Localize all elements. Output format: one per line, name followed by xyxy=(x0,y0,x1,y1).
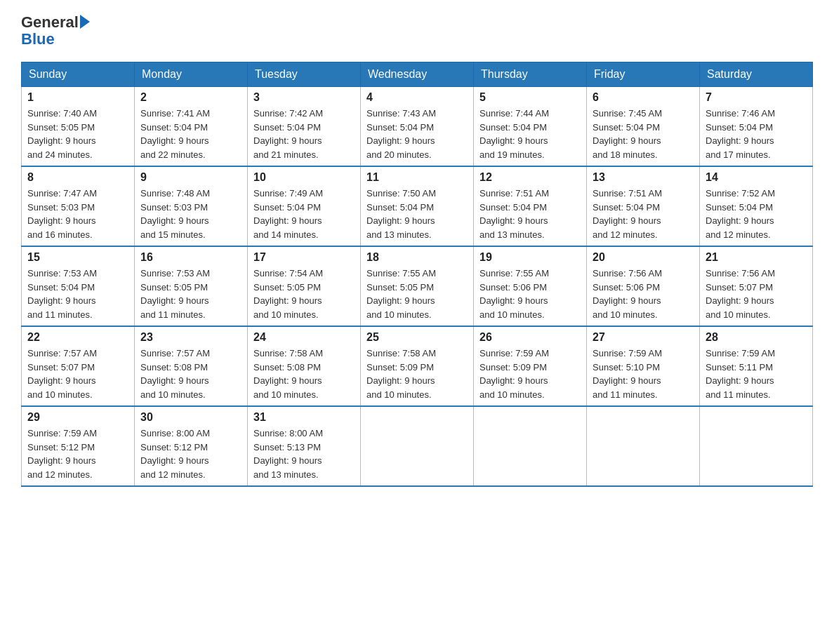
day-number: 24 xyxy=(253,331,355,344)
calendar-cell: 13 Sunrise: 7:51 AM Sunset: 5:04 PM Dayl… xyxy=(587,166,700,246)
day-number: 21 xyxy=(706,251,807,264)
day-info: Sunrise: 8:00 AM Sunset: 5:13 PM Dayligh… xyxy=(253,427,355,481)
calendar-cell: 17 Sunrise: 7:54 AM Sunset: 5:05 PM Dayl… xyxy=(248,246,361,326)
calendar-cell: 24 Sunrise: 7:58 AM Sunset: 5:08 PM Dayl… xyxy=(248,326,361,406)
calendar-cell: 10 Sunrise: 7:49 AM Sunset: 5:04 PM Dayl… xyxy=(248,166,361,246)
day-number: 27 xyxy=(593,331,694,344)
calendar-cell: 1 Sunrise: 7:40 AM Sunset: 5:05 PM Dayli… xyxy=(22,87,135,167)
day-info: Sunrise: 7:52 AM Sunset: 5:04 PM Dayligh… xyxy=(706,187,807,241)
day-of-week-tuesday: Tuesday xyxy=(248,62,361,87)
day-info: Sunrise: 7:47 AM Sunset: 5:03 PM Dayligh… xyxy=(27,187,128,241)
calendar-cell xyxy=(474,406,587,486)
day-info: Sunrise: 7:53 AM Sunset: 5:05 PM Dayligh… xyxy=(140,267,241,321)
calendar-cell xyxy=(361,406,474,486)
calendar-cell: 7 Sunrise: 7:46 AM Sunset: 5:04 PM Dayli… xyxy=(700,87,813,167)
day-of-week-friday: Friday xyxy=(587,62,700,87)
day-number: 6 xyxy=(593,91,694,104)
day-info: Sunrise: 7:55 AM Sunset: 5:06 PM Dayligh… xyxy=(479,267,581,321)
day-info: Sunrise: 7:40 AM Sunset: 5:05 PM Dayligh… xyxy=(27,107,128,161)
day-info: Sunrise: 7:51 AM Sunset: 5:04 PM Dayligh… xyxy=(593,187,694,241)
day-number: 28 xyxy=(706,331,807,344)
calendar-cell: 14 Sunrise: 7:52 AM Sunset: 5:04 PM Dayl… xyxy=(700,166,813,246)
calendar-cell: 8 Sunrise: 7:47 AM Sunset: 5:03 PM Dayli… xyxy=(22,166,135,246)
day-info: Sunrise: 7:58 AM Sunset: 5:08 PM Dayligh… xyxy=(253,347,355,401)
calendar-cell: 2 Sunrise: 7:41 AM Sunset: 5:04 PM Dayli… xyxy=(135,87,248,167)
day-info: Sunrise: 7:41 AM Sunset: 5:04 PM Dayligh… xyxy=(140,107,241,161)
day-of-week-thursday: Thursday xyxy=(474,62,587,87)
calendar-cell: 27 Sunrise: 7:59 AM Sunset: 5:10 PM Dayl… xyxy=(587,326,700,406)
calendar-cell: 11 Sunrise: 7:50 AM Sunset: 5:04 PM Dayl… xyxy=(361,166,474,246)
day-of-week-sunday: Sunday xyxy=(22,62,135,87)
day-number: 19 xyxy=(479,251,581,264)
day-number: 25 xyxy=(366,331,468,344)
calendar-cell: 6 Sunrise: 7:45 AM Sunset: 5:04 PM Dayli… xyxy=(587,87,700,167)
day-info: Sunrise: 7:45 AM Sunset: 5:04 PM Dayligh… xyxy=(593,107,694,161)
day-info: Sunrise: 8:00 AM Sunset: 5:12 PM Dayligh… xyxy=(140,427,241,481)
day-info: Sunrise: 7:57 AM Sunset: 5:07 PM Dayligh… xyxy=(27,347,128,401)
day-of-week-monday: Monday xyxy=(135,62,248,87)
day-number: 20 xyxy=(593,251,694,264)
day-info: Sunrise: 7:56 AM Sunset: 5:07 PM Dayligh… xyxy=(706,267,807,321)
day-number: 26 xyxy=(479,331,581,344)
day-info: Sunrise: 7:44 AM Sunset: 5:04 PM Dayligh… xyxy=(479,107,581,161)
day-info: Sunrise: 7:57 AM Sunset: 5:08 PM Dayligh… xyxy=(140,347,241,401)
logo-arrow-icon xyxy=(80,15,90,29)
day-number: 14 xyxy=(706,171,807,184)
day-info: Sunrise: 7:58 AM Sunset: 5:09 PM Dayligh… xyxy=(366,347,468,401)
day-number: 8 xyxy=(27,171,128,184)
day-number: 10 xyxy=(253,171,355,184)
calendar-cell: 9 Sunrise: 7:48 AM Sunset: 5:03 PM Dayli… xyxy=(135,166,248,246)
day-info: Sunrise: 7:48 AM Sunset: 5:03 PM Dayligh… xyxy=(140,187,241,241)
calendar-cell: 21 Sunrise: 7:56 AM Sunset: 5:07 PM Dayl… xyxy=(700,246,813,326)
day-info: Sunrise: 7:51 AM Sunset: 5:04 PM Dayligh… xyxy=(479,187,581,241)
calendar-cell: 4 Sunrise: 7:43 AM Sunset: 5:04 PM Dayli… xyxy=(361,87,474,167)
calendar-cell xyxy=(587,406,700,486)
day-info: Sunrise: 7:43 AM Sunset: 5:04 PM Dayligh… xyxy=(366,107,468,161)
calendar-header-row: SundayMondayTuesdayWednesdayThursdayFrid… xyxy=(22,62,813,87)
page-header: General Blue xyxy=(21,14,813,48)
calendar-cell: 26 Sunrise: 7:59 AM Sunset: 5:09 PM Dayl… xyxy=(474,326,587,406)
calendar-cell: 5 Sunrise: 7:44 AM Sunset: 5:04 PM Dayli… xyxy=(474,87,587,167)
day-number: 15 xyxy=(27,251,128,264)
day-number: 29 xyxy=(27,411,128,424)
day-number: 16 xyxy=(140,251,241,264)
calendar-cell: 22 Sunrise: 7:57 AM Sunset: 5:07 PM Dayl… xyxy=(22,326,135,406)
day-info: Sunrise: 7:50 AM Sunset: 5:04 PM Dayligh… xyxy=(366,187,468,241)
calendar-cell: 31 Sunrise: 8:00 AM Sunset: 5:13 PM Dayl… xyxy=(248,406,361,486)
calendar-table: SundayMondayTuesdayWednesdayThursdayFrid… xyxy=(21,62,813,487)
calendar-cell: 23 Sunrise: 7:57 AM Sunset: 5:08 PM Dayl… xyxy=(135,326,248,406)
day-number: 31 xyxy=(253,411,355,424)
day-number: 23 xyxy=(140,331,241,344)
calendar-cell: 25 Sunrise: 7:58 AM Sunset: 5:09 PM Dayl… xyxy=(361,326,474,406)
day-number: 9 xyxy=(140,171,241,184)
calendar-week-row: 8 Sunrise: 7:47 AM Sunset: 5:03 PM Dayli… xyxy=(22,166,813,246)
calendar-cell: 28 Sunrise: 7:59 AM Sunset: 5:11 PM Dayl… xyxy=(700,326,813,406)
calendar-cell: 16 Sunrise: 7:53 AM Sunset: 5:05 PM Dayl… xyxy=(135,246,248,326)
day-number: 11 xyxy=(366,171,468,184)
day-info: Sunrise: 7:59 AM Sunset: 5:09 PM Dayligh… xyxy=(479,347,581,401)
day-number: 13 xyxy=(593,171,694,184)
calendar-cell: 15 Sunrise: 7:53 AM Sunset: 5:04 PM Dayl… xyxy=(22,246,135,326)
calendar-cell: 30 Sunrise: 8:00 AM Sunset: 5:12 PM Dayl… xyxy=(135,406,248,486)
day-number: 2 xyxy=(140,91,241,104)
day-number: 1 xyxy=(27,91,128,104)
calendar-week-row: 15 Sunrise: 7:53 AM Sunset: 5:04 PM Dayl… xyxy=(22,246,813,326)
day-info: Sunrise: 7:59 AM Sunset: 5:10 PM Dayligh… xyxy=(593,347,694,401)
day-number: 22 xyxy=(27,331,128,344)
calendar-week-row: 22 Sunrise: 7:57 AM Sunset: 5:07 PM Dayl… xyxy=(22,326,813,406)
logo-general-text: General xyxy=(21,13,79,31)
day-number: 4 xyxy=(366,91,468,104)
day-info: Sunrise: 7:56 AM Sunset: 5:06 PM Dayligh… xyxy=(593,267,694,321)
calendar-week-row: 1 Sunrise: 7:40 AM Sunset: 5:05 PM Dayli… xyxy=(22,87,813,167)
logo: General Blue xyxy=(21,14,90,48)
day-info: Sunrise: 7:59 AM Sunset: 5:11 PM Dayligh… xyxy=(706,347,807,401)
day-number: 18 xyxy=(366,251,468,264)
calendar-cell: 18 Sunrise: 7:55 AM Sunset: 5:05 PM Dayl… xyxy=(361,246,474,326)
day-number: 17 xyxy=(253,251,355,264)
day-info: Sunrise: 7:54 AM Sunset: 5:05 PM Dayligh… xyxy=(253,267,355,321)
calendar-cell: 12 Sunrise: 7:51 AM Sunset: 5:04 PM Dayl… xyxy=(474,166,587,246)
day-info: Sunrise: 7:42 AM Sunset: 5:04 PM Dayligh… xyxy=(253,107,355,161)
day-info: Sunrise: 7:49 AM Sunset: 5:04 PM Dayligh… xyxy=(253,187,355,241)
day-number: 3 xyxy=(253,91,355,104)
calendar-week-row: 29 Sunrise: 7:59 AM Sunset: 5:12 PM Dayl… xyxy=(22,406,813,486)
